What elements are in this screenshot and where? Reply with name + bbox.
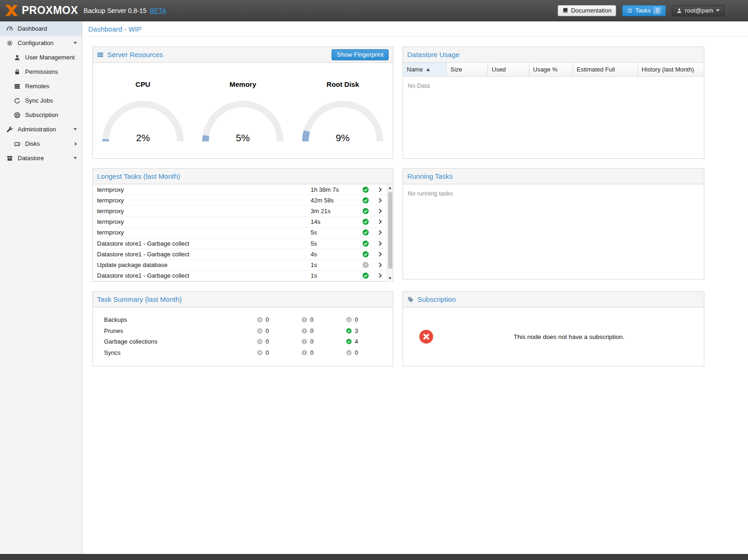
subscription-header: Subscription — [403, 292, 704, 307]
sidebar-item-label: User Management — [25, 54, 75, 61]
proxmox-x-icon — [5, 4, 19, 17]
open-task-chevron-icon[interactable] — [374, 229, 386, 235]
open-task-chevron-icon[interactable] — [374, 262, 386, 268]
gauge-value: 2% — [136, 132, 150, 143]
column-header-used[interactable]: Used — [488, 63, 529, 76]
panel-title: Datastore Usage — [407, 51, 460, 59]
sidebar-item-datastore[interactable]: Datastore — [0, 151, 82, 165]
task-name: termproxy — [97, 229, 311, 236]
task-row[interactable]: Update package database 1s — [93, 260, 387, 270]
open-task-chevron-icon[interactable] — [374, 197, 386, 203]
sidebar-item-permissions[interactable]: Permissions — [0, 65, 82, 79]
task-row[interactable]: Datastore store1 - Garbage collect 5s — [93, 238, 387, 249]
open-task-chevron-icon[interactable] — [374, 208, 386, 214]
running-tasks-header: Running Tasks — [403, 169, 704, 184]
server-resources-header: Server Resources Show Fingerprint — [93, 47, 393, 63]
gauge-value: 9% — [336, 132, 350, 143]
expander-caret-down-icon[interactable] — [73, 128, 77, 130]
expander-caret-right-icon[interactable] — [75, 142, 77, 146]
expander-caret-down-icon[interactable] — [73, 42, 77, 44]
task-duration: 5s — [311, 240, 357, 247]
sidebar-item-configuration[interactable]: Configuration — [0, 36, 82, 50]
sidebar-item-remotes[interactable]: Remotes — [0, 79, 82, 93]
scrollbar-thumb[interactable] — [388, 192, 392, 269]
task-row[interactable]: Datastore store1 - Garbage collect 1s — [93, 271, 387, 281]
ok-count: 3 — [355, 327, 358, 334]
sidebar-item-subscription[interactable]: Subscription — [0, 108, 82, 122]
lock-icon — [13, 69, 21, 75]
warning-count: 0 — [310, 316, 313, 323]
task-name: termproxy — [97, 218, 311, 225]
ok-count: 4 — [355, 338, 358, 345]
dashboard-icon — [6, 26, 13, 32]
error-count: 0 — [266, 316, 269, 323]
task-row[interactable]: Datastore store1 - Garbage collect 4s — [93, 249, 387, 260]
column-label: Size — [450, 66, 462, 73]
page-title-bar: Dashboard - WIP — [83, 21, 748, 37]
datastore-usage-header: Datastore Usage — [403, 47, 704, 63]
tasks-button[interactable]: Tasks 0 — [622, 5, 666, 16]
gauge-value: 5% — [236, 132, 250, 143]
task-status-icon — [357, 229, 374, 236]
cogs-icon — [6, 40, 13, 46]
task-summary-header: Task Summary (last Month) — [93, 292, 393, 307]
column-label: Estimated Full — [577, 66, 615, 73]
warning-count: 0 — [310, 327, 313, 334]
task-name: termproxy — [97, 208, 311, 215]
warning-count-icon — [301, 328, 307, 334]
sync-icon — [13, 98, 21, 104]
task-status-icon — [357, 197, 374, 204]
open-task-chevron-icon[interactable] — [374, 187, 386, 193]
longest-tasks-panel: Longest Tasks (last Month) termproxy 1h … — [92, 168, 393, 282]
summary-row: Syncs 0 0 0 — [93, 347, 393, 358]
open-task-chevron-icon[interactable] — [374, 251, 386, 257]
task-status-icon — [357, 240, 374, 247]
summary-category-label: Garbage collections — [93, 338, 257, 345]
task-name: termproxy — [97, 197, 311, 204]
task-duration: 3m 21s — [311, 208, 357, 215]
warning-count-icon — [301, 350, 307, 356]
column-header-estimated-full[interactable]: Estimated Full — [573, 63, 638, 76]
sidebar-item-label: Remotes — [25, 83, 49, 90]
datastore-icon — [6, 155, 13, 162]
top-bar: PROXMOX Backup Server 0.8-15 BETA Docume… — [0, 0, 748, 21]
task-row[interactable]: termproxy 14s — [93, 217, 387, 228]
task-row[interactable]: termproxy 42m 58s — [93, 195, 387, 206]
user-menu-button[interactable]: root@pam — [672, 5, 724, 16]
column-header-usage-pct[interactable]: Usage % — [529, 63, 573, 76]
task-name: Datastore store1 - Garbage collect — [97, 240, 311, 247]
disk-icon — [13, 141, 21, 147]
task-row[interactable]: termproxy 5s — [93, 228, 387, 238]
longest-tasks-header: Longest Tasks (last Month) — [93, 169, 393, 184]
sidebar-item-dashboard[interactable]: Dashboard — [0, 21, 82, 36]
task-name: Update package database — [97, 261, 311, 268]
task-row[interactable]: termproxy 1h 38m 7s — [93, 184, 387, 195]
column-header-size[interactable]: Size — [447, 63, 488, 76]
sidebar-item-disks[interactable]: Disks — [0, 137, 82, 151]
task-row[interactable]: termproxy 3m 21s — [93, 206, 387, 216]
beta-link[interactable]: BETA — [150, 7, 166, 14]
scroll-up-arrow-icon[interactable] — [389, 187, 391, 189]
sidebar-item-sync-jobs[interactable]: Sync Jobs — [0, 93, 82, 108]
column-header-history[interactable]: History (last Month) — [638, 63, 704, 76]
documentation-button[interactable]: Documentation — [558, 5, 616, 16]
subscription-panel: Subscription This node does not have a s… — [403, 291, 704, 366]
sidebar-nav: Dashboard Configuration User Management … — [0, 21, 82, 554]
open-task-chevron-icon[interactable] — [374, 241, 386, 247]
task-status-icon — [357, 218, 374, 225]
task-summary-panel: Task Summary (last Month) Backups 0 0 0 … — [92, 291, 393, 366]
sidebar-item-user-management[interactable]: User Management — [0, 50, 82, 65]
expander-caret-down-icon[interactable] — [73, 157, 77, 159]
open-task-chevron-icon[interactable] — [374, 219, 386, 225]
vertical-scrollbar[interactable] — [387, 184, 393, 282]
show-fingerprint-button[interactable]: Show Fingerprint — [332, 49, 389, 60]
column-header-name[interactable]: Name — [403, 63, 447, 76]
error-count-icon — [257, 350, 263, 356]
sidebar-item-administration[interactable]: Administration — [0, 122, 82, 137]
open-task-chevron-icon[interactable] — [374, 273, 386, 279]
memory-gauge: Memory 5% — [196, 80, 289, 158]
ok-count: 0 — [355, 349, 358, 356]
scroll-down-arrow-icon[interactable] — [389, 277, 391, 280]
tasks-count-badge: 0 — [653, 7, 661, 14]
no-subscription-cross-icon — [418, 329, 434, 345]
